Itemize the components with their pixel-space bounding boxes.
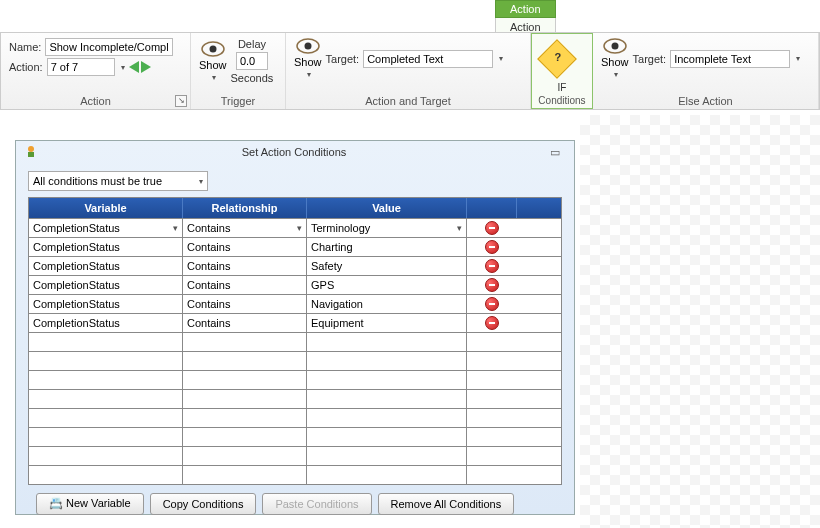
row-actions <box>467 219 517 237</box>
value-cell[interactable]: Equipment <box>307 314 467 332</box>
group-label-action-target: Action and Target <box>294 93 522 107</box>
row-actions <box>467 276 517 294</box>
group-action-target: Show ▾ Target: ▾ Action and Target <box>286 33 531 109</box>
table-row: CompletionStatusContainsGPS <box>29 275 561 294</box>
group-trigger: Show ▾ Delay Seconds Trigger <box>191 33 286 109</box>
tab-action-context[interactable]: Action <box>495 0 556 18</box>
remove-all-button[interactable]: Remove All Conditions <box>378 493 515 515</box>
empty-row[interactable] <box>29 408 561 427</box>
value-cell[interactable]: Terminology <box>307 219 467 237</box>
variable-cell[interactable]: CompletionStatus <box>29 276 183 294</box>
target-label: Target: <box>326 53 360 65</box>
seconds-label: Seconds <box>231 72 274 84</box>
svg-point-5 <box>611 43 618 50</box>
svg-point-3 <box>304 43 311 50</box>
empty-row[interactable] <box>29 465 561 484</box>
value-cell[interactable]: Navigation <box>307 295 467 313</box>
chevron-down-icon: ▾ <box>212 73 216 82</box>
action-counter[interactable] <box>47 58 115 76</box>
table-row: CompletionStatusContainsNavigation <box>29 294 561 313</box>
relationship-cell[interactable]: Contains <box>183 219 307 237</box>
delete-row-button[interactable] <box>485 240 499 254</box>
variable-cell[interactable]: CompletionStatus <box>29 314 183 332</box>
chevron-down-icon[interactable]: ▾ <box>796 54 800 63</box>
eye-icon <box>201 41 225 57</box>
empty-row[interactable] <box>29 351 561 370</box>
delete-row-button[interactable] <box>485 259 499 273</box>
group-else-action: Show ▾ Target: ▾ Else Action <box>593 33 819 109</box>
paste-conditions-button: Paste Conditions <box>262 493 371 515</box>
name-label: Name: <box>9 41 41 53</box>
value-cell[interactable]: GPS <box>307 276 467 294</box>
name-input[interactable] <box>45 38 173 56</box>
delete-row-button[interactable] <box>485 316 499 330</box>
row-actions <box>467 238 517 256</box>
chevron-down-icon[interactable]: ▾ <box>121 63 125 72</box>
delete-row-button[interactable] <box>485 221 499 235</box>
relationship-cell[interactable]: Contains <box>183 276 307 294</box>
group-label-action: Action <box>9 93 182 107</box>
eye-icon <box>603 38 627 54</box>
empty-row[interactable] <box>29 446 561 465</box>
variable-cell[interactable]: CompletionStatus <box>29 295 183 313</box>
header-relationship: Relationship <box>183 198 307 218</box>
relationship-cell[interactable]: Contains <box>183 314 307 332</box>
target-input[interactable] <box>363 50 493 68</box>
action-label: Action: <box>9 61 43 73</box>
empty-row[interactable] <box>29 389 561 408</box>
delete-row-button[interactable] <box>485 297 499 311</box>
delay-label: Delay <box>238 38 266 50</box>
conditions-mode-select[interactable]: All conditions must be true▾ <box>28 171 208 191</box>
dialog-title: Set Action Conditions <box>38 146 550 158</box>
variable-cell[interactable]: CompletionStatus <box>29 238 183 256</box>
next-action-button[interactable] <box>141 61 151 73</box>
header-variable: Variable <box>29 198 183 218</box>
group-label-conditions: Conditions <box>534 93 590 106</box>
copy-conditions-button[interactable]: Copy Conditions <box>150 493 257 515</box>
chevron-down-icon: ▾ <box>307 70 311 79</box>
header-value: Value <box>307 198 467 218</box>
else-show-button[interactable]: Show ▾ <box>601 38 629 79</box>
relationship-cell[interactable]: Contains <box>183 295 307 313</box>
conditions-table: Variable Relationship Value CompletionSt… <box>28 197 562 485</box>
value-cell[interactable]: Safety <box>307 257 467 275</box>
table-row: CompletionStatusContainsCharting <box>29 237 561 256</box>
variable-cell[interactable]: CompletionStatus <box>29 219 183 237</box>
relationship-cell[interactable]: Contains <box>183 238 307 256</box>
empty-row[interactable] <box>29 332 561 351</box>
variable-cell[interactable]: CompletionStatus <box>29 257 183 275</box>
new-variable-button[interactable]: 📇 New Variable <box>36 493 144 515</box>
set-action-conditions-dialog: Set Action Conditions ▭ All conditions m… <box>15 140 575 515</box>
empty-row[interactable] <box>29 370 561 389</box>
transparent-background <box>580 115 820 528</box>
chevron-down-icon: ▾ <box>614 70 618 79</box>
prev-action-button[interactable] <box>129 61 139 73</box>
svg-point-1 <box>209 45 216 52</box>
row-actions <box>467 257 517 275</box>
dialog-titlebar: Set Action Conditions ▭ <box>16 141 574 163</box>
else-target-input[interactable] <box>670 50 790 68</box>
eye-icon <box>296 38 320 54</box>
svg-point-6 <box>28 146 34 152</box>
delay-input[interactable] <box>236 52 268 70</box>
table-header: Variable Relationship Value <box>29 198 561 218</box>
dialog-icon <box>24 145 38 159</box>
row-actions <box>467 295 517 313</box>
svg-rect-7 <box>28 152 34 157</box>
value-cell[interactable]: Charting <box>307 238 467 256</box>
trigger-show-button[interactable]: Show ▾ <box>199 41 227 82</box>
if-label: IF <box>534 82 590 93</box>
variable-icon: 📇 <box>49 497 63 511</box>
table-row: CompletionStatusContainsSafety <box>29 256 561 275</box>
ribbon: Name: Action: ▾ Action ↘ Show ▾ <box>0 32 820 110</box>
delete-row-button[interactable] <box>485 278 499 292</box>
empty-row[interactable] <box>29 427 561 446</box>
chevron-down-icon[interactable]: ▾ <box>499 54 503 63</box>
group-conditions[interactable]: IF Conditions <box>531 33 593 109</box>
relationship-cell[interactable]: Contains <box>183 257 307 275</box>
action-show-button[interactable]: Show ▾ <box>294 38 322 79</box>
group-action: Name: Action: ▾ Action ↘ <box>1 33 191 109</box>
group-label-trigger: Trigger <box>199 93 277 107</box>
close-button[interactable]: ▭ <box>550 146 566 159</box>
dialog-launcher-action[interactable]: ↘ <box>175 95 187 107</box>
